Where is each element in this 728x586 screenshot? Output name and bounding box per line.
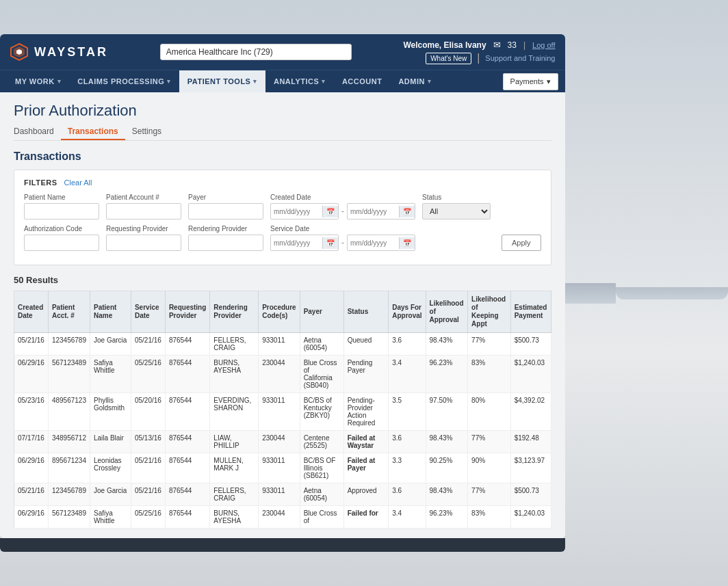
support-link[interactable]: Support and Training [485, 54, 555, 62]
requesting-provider-input[interactable] [106, 235, 181, 251]
patient-account-label: Patient Account # [106, 194, 181, 201]
table-row[interactable]: 05/21/16123456789Joe Garcia05/21/1687654… [14, 333, 551, 356]
table-cell: 90.25% [426, 453, 468, 483]
table-cell: Failed for [343, 506, 389, 529]
filters-header: FILTERS Clear All [24, 178, 541, 187]
auth-code-input[interactable] [24, 235, 99, 251]
payments-button[interactable]: Payments ▾ [503, 73, 558, 90]
col-service-date: ServiceDate [131, 291, 165, 333]
table-cell: 05/13/16 [131, 431, 165, 453]
nav-admin-label: ADMIN [398, 77, 425, 85]
service-date-from[interactable] [271, 237, 322, 249]
table-cell: Failed at Waystar [343, 431, 389, 453]
table-cell: 123456789 [48, 333, 90, 356]
table-row[interactable]: 05/23/16489567123Phyllis Goldsmith05/20/… [14, 393, 551, 431]
table-cell: 96.23% [426, 356, 468, 393]
msg-icon[interactable]: ✉ [493, 40, 501, 50]
calendar-icon-service-to[interactable]: 📅 [399, 237, 415, 249]
welcome-name: Welcome, Elisa Ivany [403, 40, 486, 50]
table-cell: Leonidas Crossley [90, 453, 131, 483]
patient-name-input[interactable] [24, 203, 99, 219]
nav-item-mywork[interactable]: MY WORK ▾ [7, 70, 69, 92]
table-cell: 05/20/16 [131, 393, 165, 431]
payments-dropdown-icon: ▾ [547, 77, 551, 86]
table-cell: 06/29/16 [14, 506, 49, 529]
col-requesting-provider: RequestingProvider [165, 291, 209, 333]
patient-name-label: Patient Name [24, 194, 99, 201]
table-body: 05/21/16123456789Joe Garcia05/21/1687654… [14, 333, 551, 529]
table-row[interactable]: 06/29/16567123489Safiya Whittle05/25/168… [14, 506, 551, 529]
created-date-from[interactable] [271, 206, 322, 217]
table-cell: BC/BS of Kentucky (ZBKY0) [300, 393, 343, 431]
table-cell: Centene (25525) [300, 431, 343, 453]
table-cell: 05/25/16 [131, 506, 165, 529]
table-cell: 96.23% [426, 506, 468, 529]
calendar-icon-service-from[interactable]: 📅 [322, 237, 338, 249]
table-cell: LIAW, PHILLIP [210, 431, 259, 453]
payer-label: Payer [188, 194, 263, 201]
results-count: 50 Results [14, 275, 551, 285]
payer-input[interactable] [188, 203, 263, 219]
nav-item-claims[interactable]: CLAIMS PROCESSING ▾ [69, 70, 179, 92]
table-cell: 98.43% [426, 431, 468, 453]
patient-account-input[interactable] [106, 203, 181, 219]
table-cell: 567123489 [48, 506, 90, 529]
org-select[interactable]: America Healthcare Inc (729) [160, 44, 352, 60]
service-date-label: Service Date [270, 225, 415, 232]
table-cell: Failed at Payer [343, 453, 389, 483]
table-row[interactable]: 06/29/16895671234Leonidas Crossley05/21/… [14, 453, 551, 483]
created-date-to[interactable] [348, 206, 399, 217]
date-separator: - [341, 207, 344, 216]
nav-item-account[interactable]: ACCOUNT [334, 70, 391, 92]
filter-group-service-date: Service Date 📅 - 📅 [270, 225, 415, 251]
table-cell: 123456789 [48, 483, 90, 506]
table-cell: 933011 [259, 333, 300, 356]
table-cell: Joe Garcia [90, 333, 131, 356]
logoff-link[interactable]: Log off [532, 41, 555, 49]
table-row[interactable]: 05/21/16123456789Joe Garcia05/21/1687654… [14, 483, 551, 506]
calendar-icon-from[interactable]: 📅 [322, 206, 338, 217]
clear-all-link[interactable]: Clear All [64, 178, 92, 187]
table-cell: 876544 [165, 356, 209, 393]
table-row[interactable]: 06/29/16567123489Safiya Whittle05/25/168… [14, 356, 551, 393]
tab-transactions[interactable]: Transactions [61, 124, 125, 140]
table-cell: 80% [468, 393, 511, 431]
table-row[interactable]: 07/17/16348956712Laila Blair05/13/168765… [14, 431, 551, 453]
col-procedure-codes: ProcedureCode(s) [259, 291, 300, 333]
page-title: Prior Authorization [14, 102, 551, 120]
table-cell: 3.4 [389, 356, 426, 393]
service-date-to[interactable] [348, 237, 399, 249]
table-cell: Blue Cross of [300, 506, 343, 529]
service-date-range: 📅 - 📅 [270, 235, 415, 251]
rendering-provider-input[interactable] [188, 235, 263, 251]
rendering-provider-label: Rendering Provider [188, 225, 263, 232]
table-cell: 83% [468, 506, 511, 529]
top-links-row: What's New | Support and Training [426, 52, 555, 64]
tab-dashboard[interactable]: Dashboard [14, 124, 61, 140]
service-date-separator: - [341, 238, 344, 248]
filter-row-2: Authorization Code Requesting Provider R… [24, 225, 541, 251]
table-cell: 933011 [259, 483, 300, 506]
nav-item-analytics[interactable]: ANALYTICS ▾ [265, 70, 334, 92]
nav-admin-arrow: ▾ [428, 78, 432, 85]
status-select[interactable]: All Queued Pending Payer Approved Failed… [422, 203, 491, 219]
nav-claims-arrow: ▾ [167, 78, 171, 85]
table-cell: 77% [468, 431, 511, 453]
whats-new-button[interactable]: What's New [426, 53, 471, 64]
table-cell: Phyllis Goldsmith [90, 393, 131, 431]
col-likelihood-approval: Likelihoodof Approval [426, 291, 468, 333]
table-cell: Blue Cross of California (SB040) [300, 356, 343, 393]
apply-button[interactable]: Apply [502, 235, 541, 251]
nav-item-patient-tools[interactable]: PATIENT TOOLS ▾ [179, 70, 265, 92]
calendar-icon-to[interactable]: 📅 [399, 206, 415, 217]
table-cell: 77% [468, 333, 511, 356]
tab-settings[interactable]: Settings [125, 124, 168, 140]
table-cell: Safiya Whittle [90, 356, 131, 393]
table-cell: EVERDING, SHARON [210, 393, 259, 431]
table-cell: Pending Payer [343, 356, 389, 393]
col-patient-name: Patient Name [90, 291, 131, 333]
org-select-wrap[interactable]: America Healthcare Inc (729) [160, 44, 352, 60]
filter-group-rendering-provider: Rendering Provider [188, 225, 263, 251]
table-header-row: CreatedDate PatientAcct. # Patient Name … [14, 291, 551, 333]
nav-item-admin[interactable]: ADMIN ▾ [390, 70, 439, 92]
